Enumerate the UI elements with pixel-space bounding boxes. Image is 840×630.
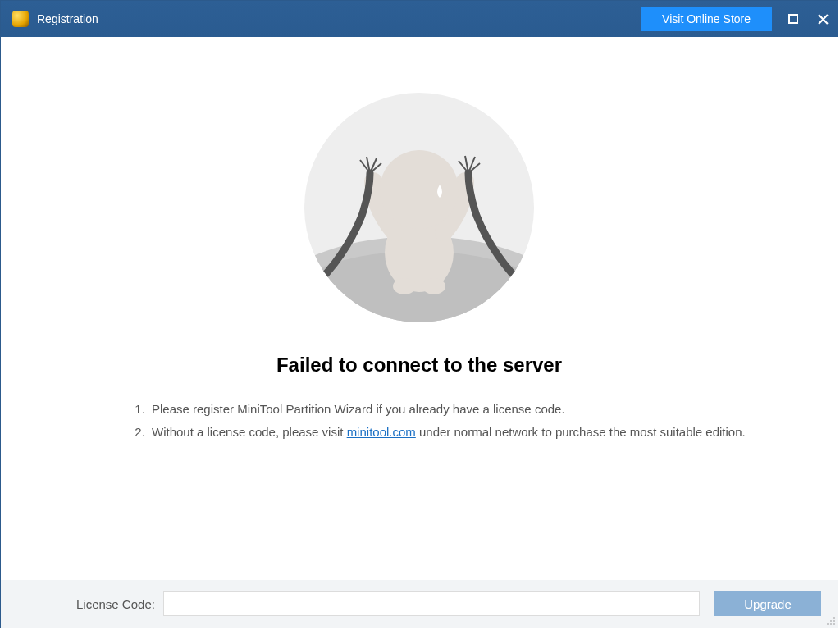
hint2-suffix: under normal network to purchase the mos…: [416, 425, 746, 439]
registration-window: Registration Visit Online Store: [0, 0, 838, 628]
footer: License Code: Upgrade: [1, 580, 838, 628]
svg-point-24: [833, 623, 835, 625]
hint-item-1: Please register MiniTool Partition Wizar…: [148, 398, 788, 421]
content-area: Failed to connect to the server Please r…: [1, 37, 838, 580]
minitool-link[interactable]: minitool.com: [347, 425, 416, 439]
svg-point-22: [827, 623, 829, 625]
resize-grip-icon[interactable]: [826, 616, 836, 626]
titlebar: Registration Visit Online Store: [1, 1, 838, 37]
app-icon: [12, 11, 29, 27]
svg-point-9: [422, 278, 445, 294]
close-icon: [818, 14, 829, 25]
window-title: Registration: [37, 12, 98, 25]
error-title: Failed to connect to the server: [276, 354, 562, 377]
svg-rect-0: [789, 15, 797, 23]
license-code-label: License Code:: [76, 597, 155, 611]
license-code-input[interactable]: [163, 591, 700, 616]
svg-point-20: [830, 620, 832, 622]
maximize-icon: [788, 14, 798, 24]
svg-point-23: [830, 623, 832, 625]
close-button[interactable]: [808, 1, 838, 37]
hint-list: Please register MiniTool Partition Wizar…: [50, 398, 788, 444]
svg-point-10: [380, 150, 459, 229]
visit-online-store-button[interactable]: Visit Online Store: [641, 7, 772, 31]
svg-point-19: [833, 617, 835, 619]
svg-point-21: [833, 620, 835, 622]
hint2-prefix: Without a license code, please visit: [152, 425, 347, 439]
maximize-button[interactable]: [778, 1, 808, 37]
upgrade-button[interactable]: Upgrade: [714, 591, 821, 616]
hint-item-2: Without a license code, please visit min…: [148, 421, 788, 444]
connection-failed-illustration: [296, 84, 542, 331]
svg-point-8: [393, 278, 416, 294]
